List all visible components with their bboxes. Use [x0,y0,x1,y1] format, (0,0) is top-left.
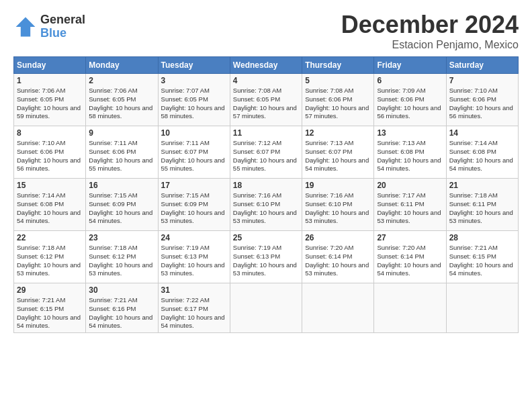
calendar-cell: 3Sunrise: 7:07 AMSunset: 6:05 PMDaylight… [158,74,230,126]
day-info: Sunrise: 7:08 AMSunset: 6:05 PMDaylight:… [233,87,297,120]
day-number: 2 [89,76,154,85]
calendar-cell: 22Sunrise: 7:18 AMSunset: 6:12 PMDayligh… [14,231,86,283]
calendar-cell: 2Sunrise: 7:06 AMSunset: 6:05 PMDaylight… [86,74,158,126]
calendar-table: Sunday Monday Tuesday Wednesday Thursday… [13,56,519,333]
logo: General Blue [13,13,85,40]
day-number: 13 [377,128,443,138]
calendar-cell: 8Sunrise: 7:10 AMSunset: 6:06 PMDaylight… [14,126,86,179]
day-info: Sunrise: 7:18 AMSunset: 6:11 PMDaylight:… [449,191,513,224]
day-info: Sunrise: 7:09 AMSunset: 6:06 PMDaylight:… [377,87,441,120]
day-number: 8 [17,128,83,138]
calendar-cell: 24Sunrise: 7:19 AMSunset: 6:13 PMDayligh… [158,231,230,283]
day-number: 26 [305,233,371,242]
day-number: 4 [233,76,299,85]
calendar-cell: 29Sunrise: 7:21 AMSunset: 6:15 PMDayligh… [14,283,86,333]
calendar-cell: 30Sunrise: 7:21 AMSunset: 6:16 PMDayligh… [86,283,158,333]
header-sunday: Sunday [14,57,86,74]
header-tuesday: Tuesday [158,57,230,74]
calendar-cell: 26Sunrise: 7:20 AMSunset: 6:14 PMDayligh… [302,231,374,283]
calendar-cell: 25Sunrise: 7:19 AMSunset: 6:13 PMDayligh… [230,231,302,283]
title-area: December 2024 Estacion Penjamo, Mexico [341,11,519,51]
day-info: Sunrise: 7:06 AMSunset: 6:05 PMDaylight:… [89,87,152,120]
day-number: 11 [233,128,299,138]
logo-icon [13,15,38,39]
day-number: 29 [17,285,83,295]
header: General Blue December 2024 Estacion Penj… [13,11,519,51]
calendar-cell: 31Sunrise: 7:22 AMSunset: 6:17 PMDayligh… [158,283,230,333]
day-info: Sunrise: 7:21 AMSunset: 6:15 PMDaylight:… [17,296,81,329]
calendar-cell: 5Sunrise: 7:08 AMSunset: 6:06 PMDaylight… [302,74,374,126]
day-info: Sunrise: 7:20 AMSunset: 6:14 PMDaylight:… [305,244,369,277]
day-number: 25 [233,233,299,242]
calendar-cell: 27Sunrise: 7:20 AMSunset: 6:14 PMDayligh… [374,231,446,283]
calendar-cell [230,283,302,333]
calendar-cell [446,283,518,333]
day-info: Sunrise: 7:15 AMSunset: 6:09 PMDaylight:… [89,191,152,224]
svg-marker-0 [16,17,36,36]
calendar-cell: 21Sunrise: 7:18 AMSunset: 6:11 PMDayligh… [446,179,518,231]
calendar-cell: 28Sunrise: 7:21 AMSunset: 6:15 PMDayligh… [446,231,518,283]
day-number: 19 [305,181,371,190]
weekday-header-row: Sunday Monday Tuesday Wednesday Thursday… [14,57,519,74]
header-monday: Monday [86,57,158,74]
day-info: Sunrise: 7:13 AMSunset: 6:07 PMDaylight:… [305,139,369,172]
header-saturday: Saturday [446,57,518,74]
day-number: 17 [161,181,227,190]
day-number: 22 [17,233,83,242]
day-info: Sunrise: 7:14 AMSunset: 6:08 PMDaylight:… [17,191,81,224]
calendar-cell [302,283,374,333]
calendar-cell: 1Sunrise: 7:06 AMSunset: 6:05 PMDaylight… [14,74,86,126]
day-info: Sunrise: 7:22 AMSunset: 6:17 PMDaylight:… [161,296,225,329]
day-info: Sunrise: 7:14 AMSunset: 6:08 PMDaylight:… [449,139,513,172]
day-info: Sunrise: 7:12 AMSunset: 6:07 PMDaylight:… [233,139,297,172]
day-info: Sunrise: 7:19 AMSunset: 6:13 PMDaylight:… [233,244,297,277]
logo-general: General [40,13,85,27]
day-number: 14 [449,128,515,138]
day-info: Sunrise: 7:06 AMSunset: 6:05 PMDaylight:… [17,87,81,120]
day-number: 23 [89,233,154,242]
calendar-cell: 15Sunrise: 7:14 AMSunset: 6:08 PMDayligh… [14,179,86,231]
day-info: Sunrise: 7:10 AMSunset: 6:06 PMDaylight:… [449,87,513,120]
day-number: 16 [89,181,154,190]
day-number: 20 [377,181,443,190]
calendar-cell: 7Sunrise: 7:10 AMSunset: 6:06 PMDaylight… [446,74,518,126]
calendar-cell: 4Sunrise: 7:08 AMSunset: 6:05 PMDaylight… [230,74,302,126]
day-info: Sunrise: 7:10 AMSunset: 6:06 PMDaylight:… [17,139,81,172]
day-number: 9 [89,128,154,138]
day-number: 12 [305,128,371,138]
day-number: 5 [305,76,371,85]
calendar-cell: 10Sunrise: 7:11 AMSunset: 6:07 PMDayligh… [158,126,230,179]
location-title: Estacion Penjamo, Mexico [341,39,519,51]
day-info: Sunrise: 7:11 AMSunset: 6:07 PMDaylight:… [161,139,225,172]
calendar-cell: 17Sunrise: 7:15 AMSunset: 6:09 PMDayligh… [158,179,230,231]
day-number: 3 [161,76,227,85]
calendar-cell: 23Sunrise: 7:18 AMSunset: 6:12 PMDayligh… [86,231,158,283]
day-number: 7 [449,76,515,85]
calendar-cell: 19Sunrise: 7:16 AMSunset: 6:10 PMDayligh… [302,179,374,231]
day-info: Sunrise: 7:21 AMSunset: 6:15 PMDaylight:… [449,244,513,277]
logo-blue: Blue [40,27,85,40]
day-info: Sunrise: 7:07 AMSunset: 6:05 PMDaylight:… [161,87,225,120]
day-info: Sunrise: 7:16 AMSunset: 6:10 PMDaylight:… [233,191,297,224]
day-number: 28 [449,233,515,242]
day-info: Sunrise: 7:11 AMSunset: 6:06 PMDaylight:… [89,139,152,172]
day-number: 18 [233,181,299,190]
day-info: Sunrise: 7:18 AMSunset: 6:12 PMDaylight:… [89,244,152,277]
day-info: Sunrise: 7:20 AMSunset: 6:14 PMDaylight:… [377,244,441,277]
day-number: 31 [161,285,227,295]
day-info: Sunrise: 7:16 AMSunset: 6:10 PMDaylight:… [305,191,369,224]
day-info: Sunrise: 7:19 AMSunset: 6:13 PMDaylight:… [161,244,225,277]
month-title: December 2024 [341,11,519,39]
day-number: 1 [17,76,83,85]
day-info: Sunrise: 7:08 AMSunset: 6:06 PMDaylight:… [305,87,369,120]
calendar-cell: 20Sunrise: 7:17 AMSunset: 6:11 PMDayligh… [374,179,446,231]
day-info: Sunrise: 7:17 AMSunset: 6:11 PMDaylight:… [377,191,441,224]
header-wednesday: Wednesday [230,57,302,74]
calendar-cell: 18Sunrise: 7:16 AMSunset: 6:10 PMDayligh… [230,179,302,231]
header-friday: Friday [374,57,446,74]
day-number: 21 [449,181,515,190]
day-number: 27 [377,233,443,242]
day-number: 24 [161,233,227,242]
calendar-cell: 16Sunrise: 7:15 AMSunset: 6:09 PMDayligh… [86,179,158,231]
calendar-cell: 11Sunrise: 7:12 AMSunset: 6:07 PMDayligh… [230,126,302,179]
